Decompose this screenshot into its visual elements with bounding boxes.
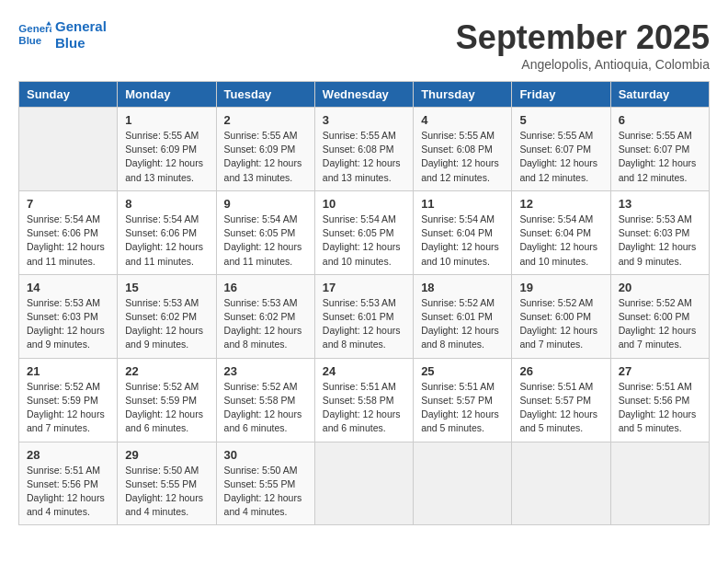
week-row-4: 21Sunrise: 5:52 AM Sunset: 5:59 PM Dayli… — [19, 358, 710, 442]
day-info: Sunrise: 5:51 AM Sunset: 5:56 PM Dayligh… — [27, 464, 109, 520]
day-info: Sunrise: 5:51 AM Sunset: 5:56 PM Dayligh… — [619, 380, 701, 436]
day-info: Sunrise: 5:55 AM Sunset: 6:08 PM Dayligh… — [323, 129, 405, 185]
calendar-cell: 28Sunrise: 5:51 AM Sunset: 5:56 PM Dayli… — [19, 442, 118, 525]
day-info: Sunrise: 5:52 AM Sunset: 5:59 PM Dayligh… — [125, 380, 208, 436]
day-info: Sunrise: 5:54 AM Sunset: 6:04 PM Dayligh… — [519, 213, 602, 269]
day-info: Sunrise: 5:55 AM Sunset: 6:07 PM Dayligh… — [519, 129, 602, 185]
calendar-cell: 1Sunrise: 5:55 AM Sunset: 6:09 PM Daylig… — [118, 108, 216, 191]
header: General Blue General Blue September 2025… — [18, 18, 710, 72]
logo-icon: General Blue — [18, 21, 51, 49]
calendar-cell: 20Sunrise: 5:52 AM Sunset: 6:00 PM Dayli… — [610, 274, 709, 358]
week-row-2: 7Sunrise: 5:54 AM Sunset: 6:06 PM Daylig… — [19, 190, 710, 274]
day-number: 21 — [27, 364, 109, 378]
logo-blue: Blue — [55, 35, 107, 52]
day-number: 8 — [125, 197, 208, 211]
day-info: Sunrise: 5:54 AM Sunset: 6:05 PM Dayligh… — [224, 213, 307, 269]
day-info: Sunrise: 5:51 AM Sunset: 5:57 PM Dayligh… — [519, 380, 602, 436]
day-number: 9 — [224, 197, 307, 211]
weekday-header-sunday: Sunday — [19, 82, 118, 108]
title-area: September 2025 Angelopolis, Antioquia, C… — [456, 18, 710, 72]
week-row-5: 28Sunrise: 5:51 AM Sunset: 5:56 PM Dayli… — [19, 442, 710, 525]
calendar-cell: 11Sunrise: 5:54 AM Sunset: 6:04 PM Dayli… — [414, 190, 512, 274]
logo-general: General — [55, 18, 107, 35]
day-info: Sunrise: 5:53 AM Sunset: 6:02 PM Dayligh… — [224, 296, 307, 352]
calendar-cell — [512, 442, 610, 525]
day-number: 6 — [619, 113, 701, 127]
day-info: Sunrise: 5:55 AM Sunset: 6:09 PM Dayligh… — [125, 129, 208, 185]
calendar-cell: 19Sunrise: 5:52 AM Sunset: 6:00 PM Dayli… — [512, 274, 610, 358]
day-number: 2 — [224, 113, 307, 127]
day-number: 4 — [421, 113, 504, 127]
day-info: Sunrise: 5:50 AM Sunset: 5:55 PM Dayligh… — [224, 464, 307, 520]
day-number: 10 — [323, 197, 405, 211]
calendar-cell: 30Sunrise: 5:50 AM Sunset: 5:55 PM Dayli… — [216, 442, 314, 525]
day-number: 27 — [619, 364, 701, 378]
day-info: Sunrise: 5:53 AM Sunset: 6:03 PM Dayligh… — [27, 296, 109, 352]
day-number: 24 — [323, 364, 405, 378]
day-number: 15 — [125, 281, 208, 294]
day-number: 23 — [224, 364, 307, 378]
calendar-cell — [314, 442, 413, 525]
day-number: 26 — [519, 364, 602, 378]
calendar-cell — [414, 442, 512, 525]
svg-text:Blue: Blue — [18, 35, 41, 46]
day-number: 28 — [27, 448, 109, 462]
calendar-cell: 18Sunrise: 5:52 AM Sunset: 6:01 PM Dayli… — [414, 274, 512, 358]
day-number: 29 — [125, 448, 208, 462]
day-info: Sunrise: 5:54 AM Sunset: 6:06 PM Dayligh… — [125, 213, 208, 269]
day-number: 19 — [519, 281, 602, 294]
calendar-cell: 27Sunrise: 5:51 AM Sunset: 5:56 PM Dayli… — [610, 358, 709, 442]
day-info: Sunrise: 5:54 AM Sunset: 6:05 PM Dayligh… — [323, 213, 405, 269]
day-info: Sunrise: 5:52 AM Sunset: 6:01 PM Dayligh… — [421, 296, 504, 352]
calendar-cell: 17Sunrise: 5:53 AM Sunset: 6:01 PM Dayli… — [314, 274, 413, 358]
day-number: 17 — [323, 281, 405, 294]
calendar-cell: 14Sunrise: 5:53 AM Sunset: 6:03 PM Dayli… — [19, 274, 118, 358]
week-row-3: 14Sunrise: 5:53 AM Sunset: 6:03 PM Dayli… — [19, 274, 710, 358]
weekday-header-monday: Monday — [118, 82, 216, 108]
calendar-cell: 7Sunrise: 5:54 AM Sunset: 6:06 PM Daylig… — [19, 190, 118, 274]
day-number: 7 — [27, 197, 109, 211]
calendar-cell: 29Sunrise: 5:50 AM Sunset: 5:55 PM Dayli… — [118, 442, 216, 525]
day-number: 20 — [619, 281, 701, 294]
month-title: September 2025 — [456, 18, 710, 57]
day-info: Sunrise: 5:50 AM Sunset: 5:55 PM Dayligh… — [125, 464, 208, 520]
calendar-cell: 10Sunrise: 5:54 AM Sunset: 6:05 PM Dayli… — [314, 190, 413, 274]
calendar-table: SundayMondayTuesdayWednesdayThursdayFrid… — [18, 81, 710, 525]
week-row-1: 1Sunrise: 5:55 AM Sunset: 6:09 PM Daylig… — [19, 108, 710, 191]
weekday-header-row: SundayMondayTuesdayWednesdayThursdayFrid… — [19, 82, 710, 108]
day-info: Sunrise: 5:53 AM Sunset: 6:02 PM Dayligh… — [125, 296, 208, 352]
day-info: Sunrise: 5:55 AM Sunset: 6:07 PM Dayligh… — [619, 129, 701, 185]
day-info: Sunrise: 5:52 AM Sunset: 5:58 PM Dayligh… — [224, 380, 307, 436]
calendar-cell: 21Sunrise: 5:52 AM Sunset: 5:59 PM Dayli… — [19, 358, 118, 442]
day-number: 18 — [421, 281, 504, 294]
calendar-cell: 5Sunrise: 5:55 AM Sunset: 6:07 PM Daylig… — [512, 108, 610, 191]
day-info: Sunrise: 5:52 AM Sunset: 6:00 PM Dayligh… — [519, 296, 602, 352]
day-number: 5 — [519, 113, 602, 127]
day-info: Sunrise: 5:53 AM Sunset: 6:01 PM Dayligh… — [323, 296, 405, 352]
day-number: 1 — [125, 113, 208, 127]
day-number: 16 — [224, 281, 307, 294]
location-subtitle: Angelopolis, Antioquia, Colombia — [456, 57, 710, 72]
calendar-cell: 24Sunrise: 5:51 AM Sunset: 5:58 PM Dayli… — [314, 358, 413, 442]
day-info: Sunrise: 5:51 AM Sunset: 5:58 PM Dayligh… — [323, 380, 405, 436]
logo: General Blue General Blue — [18, 18, 107, 52]
calendar-cell: 6Sunrise: 5:55 AM Sunset: 6:07 PM Daylig… — [610, 108, 709, 191]
day-number: 25 — [421, 364, 504, 378]
calendar-cell: 9Sunrise: 5:54 AM Sunset: 6:05 PM Daylig… — [216, 190, 314, 274]
day-info: Sunrise: 5:55 AM Sunset: 6:08 PM Dayligh… — [421, 129, 504, 185]
calendar-cell — [610, 442, 709, 525]
weekday-header-thursday: Thursday — [414, 82, 512, 108]
calendar-cell: 12Sunrise: 5:54 AM Sunset: 6:04 PM Dayli… — [512, 190, 610, 274]
day-number: 22 — [125, 364, 208, 378]
day-info: Sunrise: 5:52 AM Sunset: 6:00 PM Dayligh… — [619, 296, 701, 352]
day-info: Sunrise: 5:54 AM Sunset: 6:06 PM Dayligh… — [27, 213, 109, 269]
calendar-cell: 8Sunrise: 5:54 AM Sunset: 6:06 PM Daylig… — [118, 190, 216, 274]
weekday-header-tuesday: Tuesday — [216, 82, 314, 108]
calendar-cell — [19, 108, 118, 191]
day-info: Sunrise: 5:51 AM Sunset: 5:57 PM Dayligh… — [421, 380, 504, 436]
weekday-header-saturday: Saturday — [610, 82, 709, 108]
calendar-cell: 25Sunrise: 5:51 AM Sunset: 5:57 PM Dayli… — [414, 358, 512, 442]
day-number: 3 — [323, 113, 405, 127]
calendar-cell: 16Sunrise: 5:53 AM Sunset: 6:02 PM Dayli… — [216, 274, 314, 358]
calendar-cell: 3Sunrise: 5:55 AM Sunset: 6:08 PM Daylig… — [314, 108, 413, 191]
